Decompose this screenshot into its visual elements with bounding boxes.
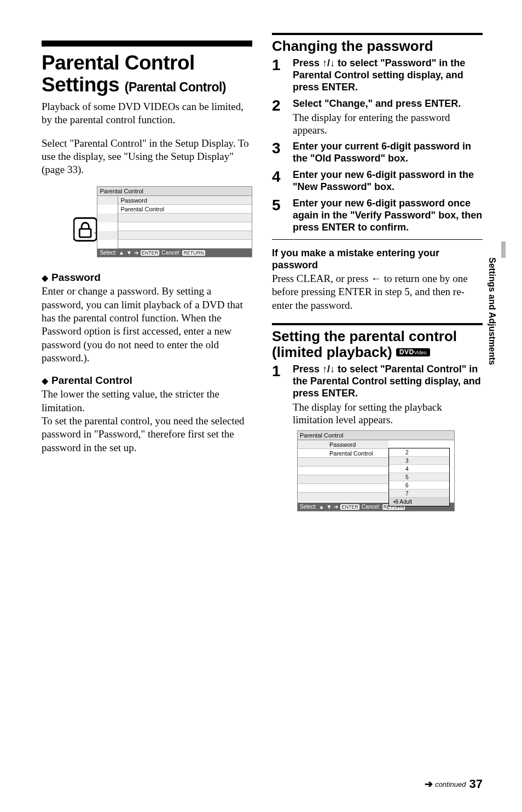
level-sel-text: 8 Adult bbox=[396, 499, 413, 505]
level-row: 6 bbox=[389, 481, 449, 489]
step-num: 5 bbox=[272, 198, 285, 234]
level-row-selected: • 8 Adult bbox=[389, 498, 449, 506]
menu-illustration-1: Parental Control Password Parental Contr… bbox=[73, 186, 252, 257]
level-row: 2 bbox=[389, 448, 449, 457]
menu1-footer-enter: ENTER bbox=[141, 250, 160, 256]
diamond-heading-password: Password bbox=[42, 272, 252, 284]
menu1-row-parental: Parental Control bbox=[118, 205, 252, 214]
parental-paragraph: The lower the setting value, the stricte… bbox=[42, 388, 252, 454]
step4-bold: Enter your new 6-digit password in the "… bbox=[293, 169, 483, 193]
menu1-row-blank3 bbox=[118, 231, 252, 240]
diamond-icon bbox=[42, 272, 48, 284]
step-num: 1 bbox=[272, 57, 285, 94]
menu1-row-blank4 bbox=[118, 240, 252, 249]
badge-video: Video bbox=[414, 350, 427, 355]
step2-body: The display for entering the password ap… bbox=[293, 111, 483, 136]
up-icon: ▲ bbox=[119, 250, 124, 256]
menu2-midcol: Password Parental Control bbox=[327, 440, 388, 503]
mistake-body: Press CLEAR, or press ← to return one by… bbox=[272, 272, 483, 312]
subhead-line2: (limited playback) bbox=[272, 344, 392, 360]
menu1-footer-cancel: Cancel: bbox=[161, 250, 180, 256]
right-icon: ➔ bbox=[334, 504, 338, 510]
steps-limited: 1 Press ↑/↓ to select "Parental Control"… bbox=[272, 364, 483, 426]
step-num: 2 bbox=[272, 98, 285, 136]
menu1-leftcol bbox=[97, 196, 118, 249]
menu1-footer: Select: ▲ ▼ ➔ ENTER Cancel: RETURN bbox=[97, 249, 252, 257]
menu1-row-blank2 bbox=[118, 222, 252, 231]
level-row: 3 bbox=[389, 457, 449, 465]
menu2-footer-select: Select: bbox=[300, 504, 317, 510]
diamond-heading-parental: Parental Control bbox=[42, 375, 252, 387]
step-num: 3 bbox=[272, 141, 285, 165]
limited-step-1: 1 Press ↑/↓ to select "Parental Control"… bbox=[272, 364, 483, 426]
step-4: 4 Enter your new 6-digit password in the… bbox=[272, 169, 483, 193]
diamond-icon bbox=[42, 375, 48, 387]
subhead-line1: Setting the parental control bbox=[272, 328, 457, 344]
menu2-left-row1: Password bbox=[327, 440, 388, 449]
step-1: 1 Press ↑/↓ to select "Password" in the … bbox=[272, 57, 483, 94]
menu2-title: Parental Control bbox=[298, 431, 454, 440]
dvd-video-badge: DVDVideo bbox=[396, 348, 430, 356]
continued-label: continued bbox=[435, 780, 466, 788]
dia-parental-label: Parental Control bbox=[51, 375, 132, 387]
intro-paragraph-1: Playback of some DVD VIDEOs can be limit… bbox=[42, 100, 252, 127]
level-row: 4 bbox=[389, 465, 449, 473]
limstep1-bold: Press ↑/↓ to select "Parental Control" i… bbox=[293, 364, 483, 400]
menu2-level-list: 2 3 4 5 6 7 • 8 Adult bbox=[388, 448, 450, 506]
page-footer: continued 37 bbox=[425, 777, 483, 791]
separator-line bbox=[272, 239, 483, 240]
menu1-row-password: Password bbox=[118, 196, 252, 205]
menu2-leftcol bbox=[298, 440, 327, 503]
step1-bold: Press ↑/↓ to select "Password" in the Pa… bbox=[293, 57, 483, 94]
right-icon: ➔ bbox=[134, 250, 138, 256]
intro-paragraph-2: Select "Parental Control" in the Setup D… bbox=[42, 137, 252, 177]
step-num: 4 bbox=[272, 169, 285, 193]
mistake-heading: If you make a mistake entering your pass… bbox=[272, 247, 483, 271]
page-number: 37 bbox=[469, 777, 483, 791]
badge-dvd: DVD bbox=[399, 348, 414, 356]
menu-box-1: Parental Control Password Parental Contr… bbox=[97, 186, 252, 257]
step5-bold: Enter your new 6-digit password once aga… bbox=[293, 198, 483, 234]
svg-rect-1 bbox=[79, 229, 91, 238]
continued-arrow-icon bbox=[425, 778, 433, 790]
level-row: 5 bbox=[389, 473, 449, 481]
steps-change-password: 1 Press ↑/↓ to select "Password" in the … bbox=[272, 57, 483, 234]
menu1-title: Parental Control bbox=[97, 187, 252, 196]
step-5: 5 Enter your new 6-digit password once a… bbox=[272, 198, 483, 234]
subhead-limited-playback: Setting the parental control (limited pl… bbox=[272, 323, 483, 360]
page-title: Parental Control Settings (Parental Cont… bbox=[42, 41, 252, 96]
password-paragraph: Enter or change a password. By setting a… bbox=[42, 285, 252, 365]
lock-link-icon bbox=[73, 217, 97, 242]
down-icon: ▼ bbox=[126, 250, 132, 256]
down-icon: ▼ bbox=[326, 504, 332, 510]
step2-bold: Select "Change," and press ENTER. bbox=[293, 98, 483, 110]
step-3: 3 Enter your current 6-digit password in… bbox=[272, 141, 483, 165]
limstep1-body: The display for setting the playback lim… bbox=[293, 401, 483, 426]
menu2-footer-cancel: Cancel: bbox=[362, 504, 380, 510]
menu2-footer-enter: ENTER bbox=[340, 504, 359, 510]
step-2: 2 Select "Change," and press ENTER. The … bbox=[272, 98, 483, 136]
menu1-footer-return: RETURN bbox=[182, 250, 205, 256]
menu-box-2: Parental Control Password Parental Contr… bbox=[297, 430, 455, 511]
step-num: 1 bbox=[272, 364, 285, 426]
side-rule bbox=[501, 241, 506, 258]
subhead-changing-password: Changing the password bbox=[272, 33, 483, 54]
menu1-row-blank1 bbox=[118, 214, 252, 222]
side-tab-label: Settings and Adjustments bbox=[487, 257, 497, 365]
menu2-left-row2: Parental Control bbox=[327, 449, 388, 458]
step3-bold: Enter your current 6-digit password in t… bbox=[293, 141, 483, 165]
dia-password-label: Password bbox=[51, 272, 101, 284]
level-row: 7 bbox=[389, 489, 449, 498]
title-sub: (Parental Control) bbox=[125, 80, 226, 94]
up-icon: ▲ bbox=[319, 504, 324, 510]
menu1-footer-select: Select: bbox=[100, 250, 117, 256]
